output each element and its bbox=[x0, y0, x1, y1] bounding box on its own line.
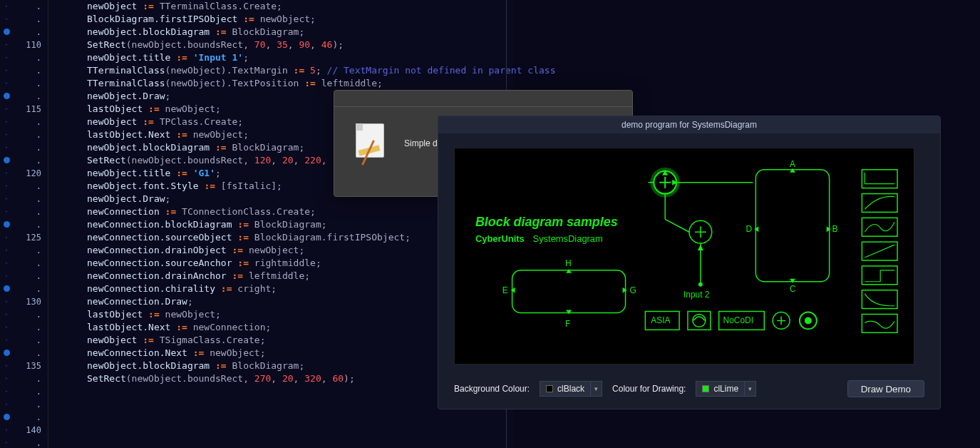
bg-colour-label: Background Colour: bbox=[454, 384, 530, 394]
svg-text:C: C bbox=[790, 284, 796, 294]
draw-colour-label: Colour for Drawing: bbox=[612, 384, 686, 394]
draw-swatch-icon bbox=[702, 385, 709, 392]
draw-colour-combo[interactable]: clLime ▾ bbox=[696, 381, 756, 397]
bg-colour-value: clBlack bbox=[557, 384, 584, 394]
form-row: Background Colour: clBlack ▾ Colour for … bbox=[454, 379, 924, 399]
svg-text:H: H bbox=[565, 258, 572, 268]
svg-point-20 bbox=[698, 282, 703, 287]
bg-swatch-icon bbox=[546, 385, 553, 392]
demo-app-window: demo program for SystemsDiagram Block di… bbox=[438, 116, 941, 409]
canvas-title: Block diagram samples bbox=[475, 215, 618, 229]
svg-text:E: E bbox=[502, 285, 508, 295]
svg-text:NoCoDI: NoCoDI bbox=[723, 315, 753, 325]
editor-gutter: ·.·..·110·.·.·..·115·.·.·..·120·.·.·..·1… bbox=[0, 0, 48, 448]
code-editor[interactable]: ·.·..·110·.·.·..·115·.·.·..·120·.·.·..·1… bbox=[0, 0, 513, 448]
diagram-canvas: Block diagram samples CyberUnits Systems… bbox=[454, 148, 914, 365]
svg-marker-7 bbox=[623, 287, 627, 293]
svg-text:A: A bbox=[790, 159, 795, 169]
svg-marker-28 bbox=[754, 226, 758, 232]
app-icon bbox=[353, 123, 388, 163]
svg-marker-31 bbox=[790, 279, 795, 283]
draw-colour-value: clLime bbox=[713, 384, 738, 394]
svg-text:ASIA: ASIA bbox=[651, 315, 670, 325]
svg-line-18 bbox=[665, 219, 689, 232]
svg-marker-29 bbox=[827, 226, 831, 232]
svg-text:CyberUnits
        SystemsDiag: CyberUnits SystemsDiagram bbox=[475, 233, 603, 244]
svg-text:Input 2: Input 2 bbox=[684, 290, 710, 300]
draw-demo-button[interactable]: Draw Demo bbox=[847, 380, 924, 397]
svg-marker-8 bbox=[566, 269, 572, 273]
svg-marker-22 bbox=[698, 245, 703, 250]
svg-text:B: B bbox=[832, 224, 838, 234]
svg-text:D: D bbox=[746, 224, 752, 234]
chevron-down-icon[interactable]: ▾ bbox=[745, 381, 756, 397]
svg-text:F: F bbox=[565, 319, 570, 329]
canvas-subtitle-a: CyberUnits bbox=[475, 233, 525, 244]
svg-point-40 bbox=[805, 317, 812, 324]
bg-colour-combo[interactable]: clBlack ▾ bbox=[540, 381, 602, 397]
svg-rect-47 bbox=[862, 314, 897, 332]
svg-rect-41 bbox=[862, 170, 897, 188]
svg-marker-9 bbox=[566, 310, 572, 315]
svg-marker-6 bbox=[511, 287, 515, 293]
svg-rect-23 bbox=[755, 170, 829, 282]
svg-rect-1 bbox=[512, 270, 626, 313]
svg-text:G: G bbox=[630, 285, 636, 295]
canvas-subtitle-b: SystemsDiagram bbox=[533, 233, 603, 244]
window-title: demo program for SystemsDiagram bbox=[438, 116, 940, 133]
waveform-palette bbox=[862, 170, 897, 332]
chevron-down-icon[interactable]: ▾ bbox=[591, 381, 602, 397]
svg-point-35 bbox=[693, 314, 706, 327]
